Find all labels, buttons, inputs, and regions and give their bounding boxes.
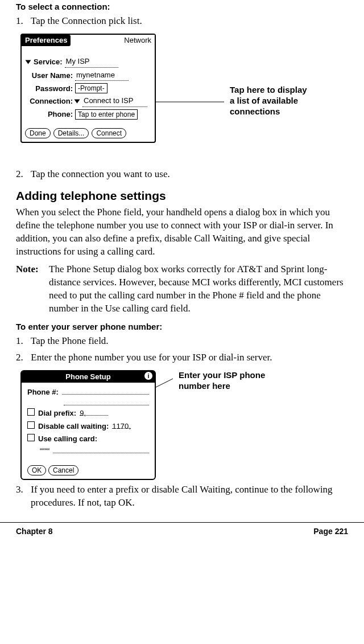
note-text: The Phone Setup dialog box works correct… [49, 263, 348, 315]
svg-line-1 [156, 379, 173, 387]
username-label: User Name: [26, 71, 73, 81]
phone-value[interactable]: Tap to enter phone [75, 109, 138, 120]
use-calling-card-checkbox[interactable] [27, 434, 35, 441]
callout-line: Tap here to display [230, 85, 307, 96]
info-icon[interactable]: i [144, 372, 152, 380]
chevron-down-icon[interactable] [75, 100, 80, 104]
calling-card-input[interactable] [53, 446, 149, 453]
cancel-button[interactable]: Cancel [48, 465, 78, 475]
step-number: 2. [16, 168, 28, 181]
note-label: Note: [16, 263, 49, 315]
callout-leader-line [156, 34, 224, 165]
callout-line: number here [179, 381, 265, 392]
phone-number-input[interactable] [62, 387, 149, 395]
preferences-window: Preferences Network Service: My ISP User… [20, 34, 156, 143]
disable-call-waiting-value[interactable]: 1170, [112, 421, 131, 429]
chevron-down-icon[interactable] [26, 60, 31, 64]
phone-label: Phone: [26, 109, 73, 120]
step-number: 1. [16, 335, 28, 348]
disable-call-waiting-label: Disable call waiting: [38, 421, 109, 432]
password-label: Password: [26, 84, 73, 94]
phone-number-label: Phone #: [27, 387, 59, 397]
callout-line: connections [230, 106, 307, 117]
callout-line: Enter your ISP phone [179, 370, 265, 381]
step-number: 2. [16, 351, 28, 364]
dial-prefix-checkbox[interactable] [27, 408, 35, 416]
step-1-2: 2. Tap the connection you want to use. [16, 168, 348, 181]
connection-value[interactable]: Connect to ISP [82, 96, 147, 107]
heading-adding-telephone: Adding telephone settings [16, 188, 348, 204]
window-category[interactable]: Network [124, 35, 155, 46]
username-value[interactable]: mynetname [75, 70, 129, 81]
service-label: Service: [34, 57, 63, 67]
dialog-title: Phone Setup [65, 372, 110, 381]
callout-leader-line [156, 370, 173, 404]
dial-prefix-label: Dial prefix: [38, 408, 76, 419]
callout-phone-number: Enter your ISP phone number here [179, 370, 265, 392]
done-button[interactable]: Done [25, 128, 51, 138]
callout-connection-picklist: Tap here to display a list of available … [230, 85, 307, 117]
ok-button[interactable]: OK [27, 465, 46, 475]
details-button[interactable]: Details... [53, 128, 89, 138]
window-title: Preferences [22, 35, 71, 46]
disable-call-waiting-checkbox[interactable] [27, 421, 35, 429]
phone-setup-window: Phone Setup i Phone #: Dial prefix: 9, [20, 370, 156, 480]
dial-prefix-value[interactable]: 9, [80, 408, 108, 416]
heading-select-connection: To select a connection: [16, 1, 348, 13]
phone-number-input-line2[interactable] [64, 398, 149, 405]
step-2-1: 1. Tap the Phone field. [16, 335, 348, 348]
step-number: 1. [16, 15, 28, 28]
page-footer: Chapter 8 Page 221 [0, 522, 364, 537]
step-text: If you need to enter a prefix or disable… [31, 484, 333, 508]
use-calling-card-label: Use calling card: [38, 434, 97, 444]
body-paragraph: When you select the Phone field, your ha… [16, 206, 348, 259]
heading-enter-phone: To enter your server phone number: [16, 321, 348, 333]
password-value[interactable]: -Prompt- [75, 83, 107, 93]
footer-page: Page 221 [313, 526, 348, 537]
step-number: 3. [16, 483, 28, 497]
figure-phone-setup: Phone Setup i Phone #: Dial prefix: 9, [16, 370, 348, 480]
step-text: Tap the Connection pick list. [31, 15, 142, 26]
footer-chapter: Chapter 8 [16, 526, 53, 537]
figure-preferences: Preferences Network Service: My ISP User… [16, 34, 348, 165]
step-text: Tap the Phone field. [31, 335, 109, 346]
step-2-2: 2. Enter the phone number you use for yo… [16, 351, 348, 364]
service-value[interactable]: My ISP [65, 56, 118, 68]
step-1-1: 1. Tap the Connection pick list. [16, 15, 348, 28]
connect-button[interactable]: Connect [92, 128, 126, 138]
step-text: Enter the phone number you use for your … [31, 352, 272, 363]
callout-line: a list of available [230, 96, 307, 106]
calling-card-value[interactable]: ““““ [40, 446, 49, 456]
step-2-3: 3. If you need to enter a prefix or disa… [16, 483, 348, 510]
step-text: Tap the connection you want to use. [31, 169, 170, 179]
note-block: Note: The Phone Setup dialog box works c… [16, 263, 348, 315]
connection-label: Connection: [26, 96, 73, 106]
